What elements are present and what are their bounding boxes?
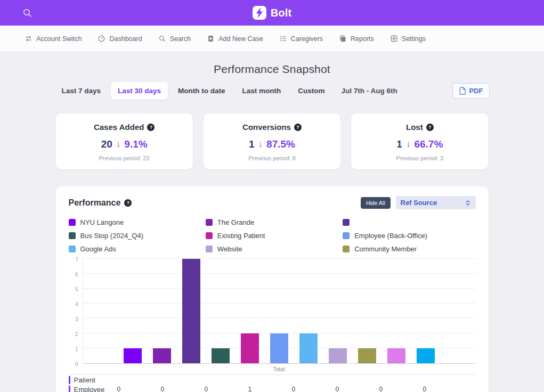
y-tick-label: 6 [75,272,78,277]
main-nav-items: Account Switch Dashboard Search Add New … [25,35,426,43]
legend-item-google-ads[interactable]: Google Ads [69,244,201,253]
help-icon[interactable]: ? [124,199,132,207]
y-tick-label: 0 [75,361,78,367]
y-tick-label: 5 [75,287,78,292]
legend-swatch [343,232,350,239]
legend-swatch [69,232,76,239]
select-arrows-icon [465,200,471,206]
x-axis-label: Total [83,366,476,372]
bar-series-9 [387,348,405,363]
stat-title: Cases Added [94,123,144,132]
legend-swatch [69,246,76,252]
help-icon[interactable]: ? [147,124,155,131]
main-nav: Account Switch Dashboard Search Add New … [0,26,544,52]
legend-label: Employee (Back-Office) [354,232,427,240]
legend-item-the-grande[interactable]: The Grande [206,218,338,226]
nav-item-search[interactable]: Search [158,35,191,43]
bar-series-10 [417,348,435,363]
brand-name: Bolt [271,7,292,19]
stat-previous-period: Previous period: 3 [360,155,480,161]
nav-item-dashboard[interactable]: Dashboard [98,35,142,43]
help-icon[interactable]: ? [294,124,302,131]
tab-last-month[interactable]: Last month [236,82,288,100]
legend-item-bus-stop-2024-q4[interactable]: Bus Stop (2024_Q4) [69,231,201,240]
stats-row: Cases Added ? 20 ↓ 9.1% Previous period:… [56,113,489,169]
stat-value: 20 [101,138,112,150]
bar-series-2 [182,259,200,363]
legend-item-community-member[interactable]: Community Member [343,244,475,253]
legend-item-nyu-langone[interactable]: NYU Langone [69,218,201,226]
search-icon [22,8,32,18]
tab-custom[interactable]: Custom [291,82,331,100]
chart-y-axis: 01234567 [69,259,83,364]
table-cell: 0 [158,386,202,392]
y-tick-label: 1 [75,346,78,352]
pdf-export-button[interactable]: PDF [452,83,490,99]
bar-nyu-langone [124,348,142,363]
breakdown-table: Patient Employee 00010000 [69,374,476,392]
performance-title: Performance [69,198,121,208]
chart-bars [83,259,476,363]
tab-last-7-days[interactable]: Last 7 days [55,82,108,100]
tab-last-30-days[interactable]: Last 30 days [111,82,168,100]
legend-item-unlabeled[interactable] [343,218,475,226]
nav-item-add-new-case[interactable]: Add New Case [207,35,263,43]
nav-item-settings[interactable]: Settings [390,35,426,43]
legend-swatch [343,246,350,252]
legend-swatch [206,232,213,239]
tab-month-to-date[interactable]: Month to date [171,82,232,100]
y-tick-label: 3 [75,316,78,322]
table-cell: 0 [115,386,158,392]
app-header: Bolt [0,0,544,26]
bar-community-member [358,348,376,363]
bar-bus-stop-2024-q4 [212,348,230,363]
stat-value: 1 [396,138,402,150]
legend-label: NYU Langone [80,218,124,226]
stat-card-conversions: Conversions ? 1 ↓ 87.5% Previous period:… [204,113,340,169]
down-arrow-icon: ↓ [258,139,263,150]
reports-icon [339,35,347,43]
stat-change-percent: 66.7% [414,138,443,150]
table-row-label: Employee [69,386,115,392]
legend-item-website[interactable]: Website [206,244,338,253]
bar-existing-patient [241,333,259,363]
brand-logo: Bolt [253,6,292,20]
nav-item-account-switch[interactable]: Account Switch [25,35,82,43]
table-row-patient: Patient [69,375,476,385]
table-cell: 0 [377,386,420,392]
legend-swatch [343,219,350,226]
legend-item-existing-patient[interactable]: Existing Patient [206,231,338,240]
nav-item-reports[interactable]: Reports [339,35,374,43]
down-arrow-icon: ↓ [406,139,411,150]
table-cell: 0 [420,386,464,392]
legend-swatch [206,246,213,252]
bar-employee-back-office [270,333,288,363]
legend-item-employee-back-office[interactable]: Employee (Back-Office) [343,231,475,240]
header-search-button[interactable] [22,8,32,18]
gridline [83,258,476,259]
pdf-label: PDF [469,87,483,95]
legend-label: Existing Patient [217,232,265,240]
hide-all-button[interactable]: Hide All [361,197,391,209]
performance-chart: 01234567 [69,259,476,364]
performance-card: Performance ? Hide All Ref Source NYU La… [56,186,489,392]
help-icon[interactable]: ? [426,124,434,131]
chart-plot [83,259,476,364]
ref-source-value: Ref Source [401,199,437,207]
stat-title: Lost [406,123,423,132]
stat-card-lost: Lost ? 1 ↓ 66.7% Previous period: 3 [351,113,488,169]
table-row-employee: Employee 00010000 [69,385,476,392]
down-arrow-icon: ↓ [116,139,121,150]
add-new-case-icon [207,35,215,43]
table-cell: 0 [333,386,377,392]
ref-source-select[interactable]: Ref Source [396,196,476,209]
bar-google-ads [299,333,318,363]
y-tick-label: 7 [75,257,78,263]
bolt-logo-icon [253,6,266,20]
stat-previous-period: Previous period: 22 [64,155,184,161]
nav-item-caregivers[interactable]: Caregivers [279,35,323,43]
stat-previous-period: Previous period: 8 [212,155,332,161]
period-tabs: Last 7 daysLast 30 daysMonth to dateLast… [55,82,490,100]
bar-the-grande [153,348,171,363]
caregivers-icon [279,35,287,43]
